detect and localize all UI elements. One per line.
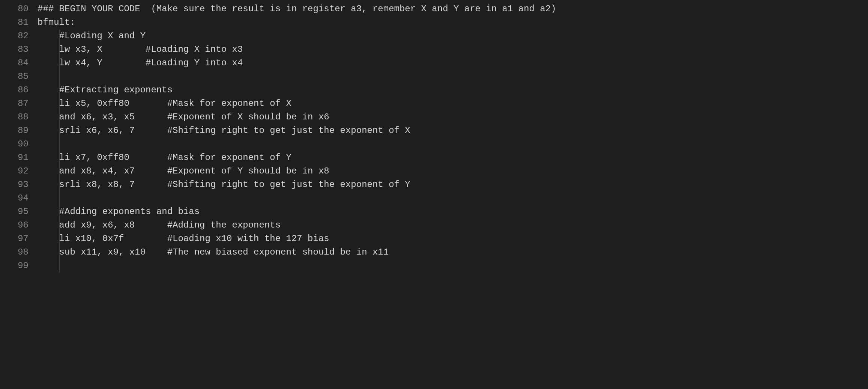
code-line[interactable]	[38, 137, 868, 151]
line-number: 85	[0, 70, 30, 83]
line-number: 87	[0, 97, 30, 110]
line-number: 96	[0, 219, 30, 232]
code-line[interactable]	[38, 259, 868, 273]
code-line[interactable]: srli x8, x8, 7 #Shifting right to get ju…	[38, 178, 868, 191]
code-line[interactable]	[38, 191, 868, 205]
code-line[interactable]: bfmult:	[38, 16, 868, 29]
line-number: 88	[0, 110, 30, 124]
code-line[interactable]: lw x3, X #Loading X into x3	[38, 43, 868, 56]
code-line[interactable]: add x9, x6, x8 #Adding the exponents	[38, 219, 868, 232]
line-number: 90	[0, 137, 30, 151]
code-line[interactable]: srli x6, x6, 7 #Shifting right to get ju…	[38, 124, 868, 137]
line-number: 86	[0, 83, 30, 97]
code-line[interactable]: li x5, 0xff80 #Mask for exponent of X	[38, 97, 868, 110]
line-number-gutter: 8081828384858687888990919293949596979899	[0, 2, 38, 273]
code-line[interactable]: #Extracting exponents	[38, 83, 868, 97]
line-number: 92	[0, 164, 30, 178]
code-editor[interactable]: 8081828384858687888990919293949596979899…	[0, 0, 868, 273]
line-number: 81	[0, 16, 30, 29]
code-line[interactable]: and x6, x3, x5 #Exponent of X should be …	[38, 110, 868, 124]
code-line[interactable]: ### BEGIN YOUR CODE (Make sure the resul…	[38, 2, 868, 16]
line-number: 97	[0, 232, 30, 246]
line-number: 80	[0, 2, 30, 16]
code-line[interactable]: and x8, x4, x7 #Exponent of Y should be …	[38, 164, 868, 178]
code-line[interactable]: lw x4, Y #Loading Y into x4	[38, 56, 868, 70]
line-number: 95	[0, 205, 30, 219]
line-number: 93	[0, 178, 30, 191]
line-number: 94	[0, 191, 30, 205]
line-number: 98	[0, 246, 30, 259]
code-area[interactable]: ### BEGIN YOUR CODE (Make sure the resul…	[38, 2, 868, 273]
line-number: 83	[0, 43, 30, 56]
line-number: 91	[0, 151, 30, 164]
code-line[interactable]: sub x11, x9, x10 #The new biased exponen…	[38, 246, 868, 259]
code-line[interactable]: li x7, 0xff80 #Mask for exponent of Y	[38, 151, 868, 164]
line-number: 84	[0, 56, 30, 70]
indent-guide	[59, 29, 60, 273]
code-line[interactable]	[38, 70, 868, 83]
line-number: 82	[0, 29, 30, 43]
code-line[interactable]: #Loading X and Y	[38, 29, 868, 43]
code-line[interactable]: #Adding exponents and bias	[38, 205, 868, 219]
line-number: 99	[0, 259, 30, 273]
code-line[interactable]: li x10, 0x7f #Loading x10 with the 127 b…	[38, 232, 868, 246]
line-number: 89	[0, 124, 30, 137]
